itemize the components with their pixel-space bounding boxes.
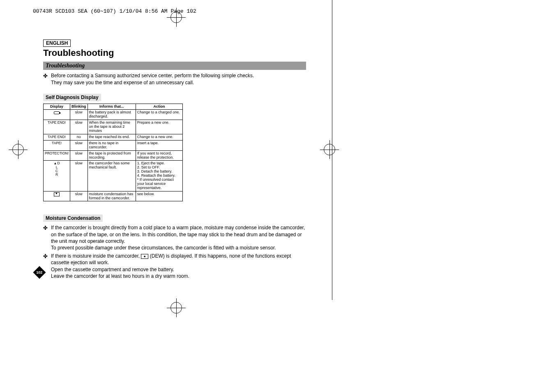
table-row: TAPE END!nothe tape reached its end.Chan…: [44, 134, 183, 140]
action-cell: Insert a tape.: [136, 140, 182, 150]
table-header: Action: [136, 104, 182, 110]
page-number-marker: 102: [35, 268, 46, 279]
bullet-icon: ✤: [43, 72, 48, 86]
display-cell: PROTECTION!: [44, 150, 70, 161]
crop-mark-icon: [170, 302, 182, 314]
bullet-icon: ✤: [43, 224, 48, 251]
action-cell: 1. Eject the tape.2. Set to OFF.3. Detac…: [136, 161, 182, 191]
table-header: Informs that...: [88, 104, 136, 110]
intro-text: ✤ Before contacting a Samsung authorized…: [43, 72, 306, 86]
blinking-cell: slow: [70, 110, 88, 120]
eject-icon: [54, 161, 58, 165]
informs-cell: When the remaining time on the tape is a…: [88, 120, 136, 134]
dew-icon: [54, 192, 60, 196]
blinking-cell: no: [70, 134, 88, 140]
action-cell: Change to a new one.: [136, 134, 182, 140]
blinking-cell: slow: [70, 120, 88, 134]
page-divider: [332, 0, 332, 300]
subheading-moisture: Moisture Condensation: [43, 214, 103, 222]
intro-line: Before contacting a Samsung authorized s…: [51, 73, 254, 78]
moisture-paragraph: If there is moisture inside the camcorde…: [51, 253, 306, 279]
crop-mark-icon: [12, 144, 24, 155]
display-cell: TAPE END!: [44, 120, 70, 134]
page-content: ENGLISH Troubleshooting Troubleshooting …: [43, 39, 306, 279]
table-row: DLCRslowthe camcorder has some mechanica…: [44, 161, 183, 191]
page-title: Troubleshooting: [43, 48, 306, 58]
crop-mark-icon: [170, 12, 182, 23]
display-cell: TAPE!: [44, 140, 70, 150]
informs-cell: moisture condensation has formed in the …: [88, 191, 136, 201]
table-row: TAPE END!slowWhen the remaining time on …: [44, 120, 183, 134]
table-header: Blinking: [70, 104, 88, 110]
table-row: PROTECTION!slowthe tape is protected fro…: [44, 150, 183, 161]
crop-mark-icon: [324, 144, 335, 155]
table-header: Display: [44, 104, 70, 110]
moisture-section: Moisture Condensation ✤ If the camcorder…: [43, 207, 306, 279]
informs-cell: there is no tape in camcorder.: [88, 140, 136, 150]
blinking-cell: slow: [70, 161, 88, 191]
informs-cell: the tape reached its end.: [88, 134, 136, 140]
action-cell: Change to a charged one.: [136, 110, 182, 120]
informs-cell: the camcorder has some mechanical fault.: [88, 161, 136, 191]
informs-cell: the tape is protected from recording.: [88, 150, 136, 161]
diagnosis-table: Display Blinking Informs that... Action …: [43, 104, 183, 202]
action-cell: see below.: [136, 191, 182, 201]
action-cell: Prepare a new one.: [136, 120, 182, 134]
blinking-cell: slow: [70, 140, 88, 150]
battery-icon: [54, 111, 60, 114]
subheading-diagnosis: Self Diagnosis Display: [43, 94, 101, 101]
display-cell: DLCR: [44, 161, 70, 191]
language-label: ENGLISH: [43, 39, 71, 47]
informs-cell: the battery pack is almost discharged.: [88, 110, 136, 120]
moisture-paragraph: If the camcorder is brought directly fro…: [51, 224, 306, 251]
section-heading: Troubleshooting: [43, 62, 306, 70]
blinking-cell: slow: [70, 150, 88, 161]
action-cell: If you want to record, release the prote…: [136, 150, 182, 161]
display-cell: TAPE END!: [44, 134, 70, 140]
blinking-cell: slow: [70, 191, 88, 201]
intro-line: They may save you the time and expense o…: [51, 80, 194, 85]
display-cell: [44, 110, 70, 120]
table-row: slowthe battery pack is almost discharge…: [44, 110, 183, 120]
dew-icon: [141, 254, 148, 259]
table-row: slowmoisture condensation has formed in …: [44, 191, 183, 201]
table-row: TAPE!slowthere is no tape in camcorder.I…: [44, 140, 183, 150]
display-cell: [44, 191, 70, 201]
